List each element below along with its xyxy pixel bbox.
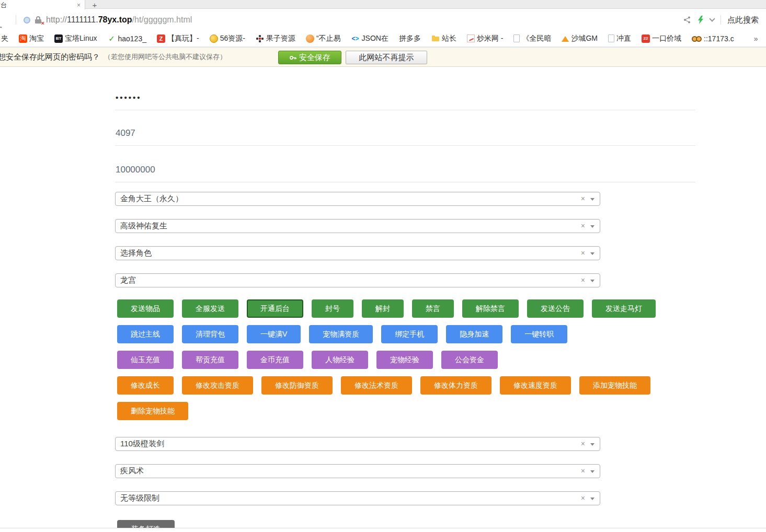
code-brackets-icon — [351, 34, 360, 43]
action-button[interactable]: 修改法术资质 — [341, 376, 412, 395]
new-tab-button[interactable]: + — [89, 0, 100, 9]
action-button[interactable]: 仙玉充值 — [117, 351, 174, 369]
clear-icon[interactable]: × — [581, 194, 585, 203]
action-button[interactable]: 跳过主线 — [117, 325, 174, 343]
chevron-down-icon[interactable] — [590, 252, 594, 255]
bookmark-bt-linux[interactable]: 宝塔Linux — [54, 34, 97, 43]
action-button[interactable]: 隐身加速 — [446, 325, 502, 343]
select-group-top: 金角大王（永久） × 高级神佑复生 × 选择角色 × 龙宫 — [115, 192, 600, 287]
action-button[interactable]: 开通后台 — [247, 299, 303, 318]
action-button[interactable]: 封号 — [312, 299, 353, 318]
chevron-down-icon[interactable] — [590, 470, 594, 473]
action-button[interactable]: 一键满V — [247, 325, 301, 343]
chevron-down-icon[interactable] — [709, 16, 715, 21]
badge-22-icon — [642, 34, 650, 43]
action-button[interactable]: 修改成长 — [117, 376, 174, 395]
action-button[interactable]: 帮贡充值 — [182, 351, 238, 369]
bookmark-pinduoduo[interactable]: 拼多多 — [399, 34, 421, 43]
clear-icon[interactable]: × — [581, 276, 585, 284]
select-field[interactable]: 金角大王（永久） × — [115, 192, 600, 206]
browser-window: 后台 × + http://1111111.78yx.top/ht/gggggm… — [0, 0, 766, 532]
bookmarks-overflow-chevron[interactable]: » — [754, 34, 758, 43]
action-button[interactable]: 全服发送 — [182, 299, 238, 318]
action-button[interactable]: 发送走马灯 — [592, 299, 656, 318]
select-field[interactable]: 高级神佑复生 × — [115, 219, 600, 233]
select-field[interactable]: 110级橙装剑 × — [115, 437, 600, 451]
action-button[interactable]: 发送公告 — [527, 299, 584, 318]
clear-icon[interactable]: × — [581, 467, 585, 475]
orange-dot-icon — [306, 34, 314, 43]
site-mode-icon[interactable] — [24, 17, 30, 24]
number-field-1[interactable]: 4097 — [116, 128, 135, 138]
equipment-forge-button[interactable]: 装备打造 — [117, 520, 175, 528]
browser-tab[interactable]: 后台 × — [0, 0, 85, 9]
action-button[interactable]: 解封 — [362, 299, 404, 318]
chevron-down-icon[interactable] — [590, 280, 594, 282]
bookmark-buzhiyi[interactable]: “不止易 — [306, 34, 341, 43]
select-field[interactable]: 无等级限制 × — [115, 491, 600, 505]
gm-tool-page: •••••• 4097 10000000 金角大王（永久） × 高级神佑复生 × — [0, 67, 766, 528]
action-button[interactable]: 修改防御资质 — [261, 376, 333, 395]
lightning-icon[interactable] — [698, 16, 704, 24]
bookmark-zhenwan[interactable]: 【真玩】- — [157, 34, 199, 43]
select-value: 高级神佑复生 — [120, 221, 167, 231]
select-field[interactable]: 选择角色 × — [115, 246, 600, 260]
clear-icon[interactable]: × — [581, 494, 585, 502]
taobao-icon — [19, 34, 27, 43]
action-button[interactable]: 修改速度资质 — [500, 376, 571, 395]
action-button[interactable]: 禁言 — [412, 299, 454, 318]
action-button[interactable]: 解除禁言 — [462, 299, 519, 318]
action-button[interactable]: 宠物经验 — [376, 351, 433, 369]
url-path: /ht/gggggm.html — [132, 15, 192, 24]
clover-icon — [256, 34, 264, 43]
clear-icon[interactable]: × — [581, 249, 585, 257]
url-text[interactable]: http://1111111.78yx.top/ht/gggggm.html — [46, 15, 192, 25]
number-field-2[interactable]: 10000000 — [116, 165, 155, 175]
action-button[interactable]: 金币充值 — [247, 351, 303, 369]
bookmark-taobao[interactable]: 淘宝 — [19, 34, 44, 43]
save-password-button[interactable]: 安全保存 — [278, 51, 341, 64]
select-value: 110级橙装剑 — [120, 439, 164, 449]
bookmark-17173[interactable]: ::17173.c — [692, 34, 734, 43]
action-button[interactable]: 宠物满资质 — [309, 325, 373, 343]
purple-button-row: 仙玉充值帮贡充值金币充值人物经验宠物经验公会资金 — [117, 351, 498, 369]
select-field[interactable]: 龙宫 × — [115, 273, 600, 287]
bookmark-hao123[interactable]: hao123_ — [107, 34, 146, 43]
toolbar-arrow-icon[interactable] — [0, 18, 7, 29]
action-button[interactable]: 清理背包 — [182, 325, 238, 343]
bookmark-yikoujia[interactable]: 一口价域 — [642, 34, 681, 43]
action-button[interactable]: 公会资金 — [441, 351, 498, 369]
bookmark-guozi[interactable]: 果子资源 — [256, 34, 295, 43]
action-button[interactable]: 删除宠物技能 — [117, 402, 188, 420]
password-field[interactable]: •••••• — [116, 93, 142, 102]
chevron-down-icon[interactable] — [590, 198, 594, 201]
dismiss-site-button[interactable]: 此网站不再提示 — [346, 51, 427, 64]
action-button[interactable]: 一键转职 — [511, 325, 567, 343]
chevron-down-icon[interactable] — [590, 443, 594, 446]
clear-icon[interactable]: × — [581, 222, 585, 230]
tab-close-icon[interactable]: × — [77, 2, 81, 9]
insecure-lock-icon[interactable] — [35, 16, 42, 24]
save-password-label: 安全保存 — [299, 53, 330, 63]
bookmark-chaomi[interactable]: 炒米网 - — [467, 34, 504, 43]
bookmark-56ziyuan[interactable]: 56资源- — [210, 34, 245, 43]
select-field[interactable]: 疾风术 × — [115, 464, 600, 478]
chevron-down-icon[interactable] — [590, 225, 594, 228]
bookmark-shacheng-gm[interactable]: 沙城GM — [562, 34, 598, 43]
action-button[interactable]: 发送物品 — [117, 299, 174, 318]
share-icon[interactable] — [683, 16, 691, 24]
action-button[interactable]: 绑定手机 — [381, 325, 438, 343]
bookmark-quanmin[interactable]: 《全民暗 — [513, 34, 551, 43]
action-button[interactable]: 修改体力资质 — [420, 376, 491, 395]
bookmark-clipped[interactable]: 夹 — [1, 34, 8, 43]
action-button[interactable]: 添加宠物技能 — [579, 376, 650, 395]
toolbar-divider — [16, 15, 16, 25]
clear-icon[interactable]: × — [581, 440, 585, 448]
search-prompt[interactable]: 点此搜索 — [727, 15, 759, 25]
action-button[interactable]: 修改攻击资质 — [182, 376, 253, 395]
action-button[interactable]: 人物经验 — [312, 351, 368, 369]
chevron-down-icon[interactable] — [590, 498, 594, 500]
bookmark-json[interactable]: JSON在 — [351, 34, 388, 43]
bookmark-zhanzhang[interactable]: 站长 — [431, 34, 456, 43]
bookmark-chongzhi[interactable]: 冲直 — [608, 34, 631, 43]
